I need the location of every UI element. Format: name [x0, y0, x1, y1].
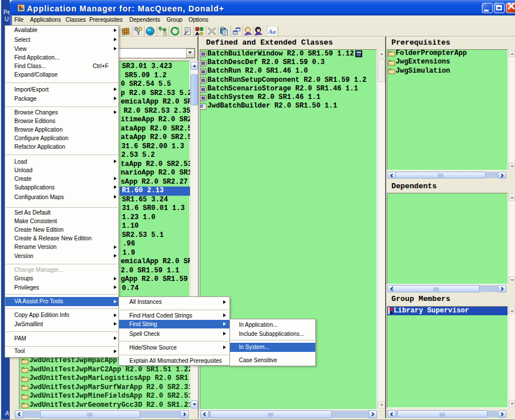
svg-text:Aa: Aa — [268, 28, 276, 35]
